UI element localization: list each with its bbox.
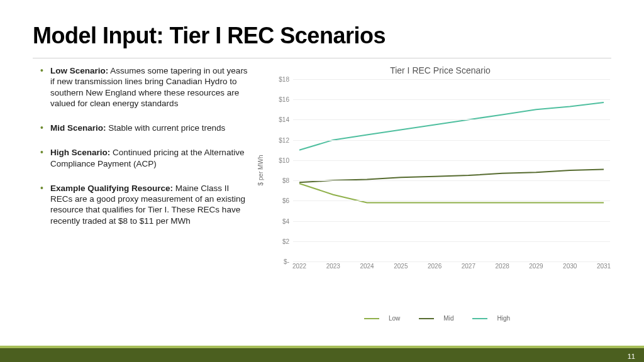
chart-gridline bbox=[293, 160, 610, 161]
chart-xtick: 2024 bbox=[360, 263, 374, 270]
chart-xtick: 2026 bbox=[428, 263, 441, 270]
legend-item: Low bbox=[364, 315, 406, 322]
chart-title: Tier I REC Price Scenario bbox=[264, 65, 616, 75]
legend-swatch bbox=[472, 318, 487, 319]
legend-item: Mid bbox=[419, 315, 460, 322]
chart-ytick: $16 bbox=[279, 96, 289, 103]
chart-xaxis: 2022202320242025202620272028202920302031 bbox=[293, 261, 610, 274]
chart-series-line bbox=[299, 184, 604, 203]
chart-yaxis: $-$2$4$6$8$10$12$14$16$18 bbox=[264, 79, 293, 261]
chart-ylabel: $ per MWh bbox=[257, 155, 264, 186]
chart-gridline bbox=[293, 119, 610, 120]
chart-xtick: 2028 bbox=[496, 263, 509, 270]
legend-label: Low bbox=[389, 315, 400, 322]
chart-gridline bbox=[293, 180, 610, 181]
page-number: 11 bbox=[628, 353, 635, 360]
chart-xtick: 2025 bbox=[394, 263, 408, 270]
chart-gridline bbox=[293, 140, 610, 141]
chart-plotarea bbox=[293, 79, 610, 261]
chart-xtick: 2022 bbox=[292, 263, 306, 270]
chart-xtick: 2030 bbox=[563, 263, 577, 270]
bullet-bold: Example Qualifying Resource: bbox=[50, 184, 173, 193]
bullet-bold: Low Scenario: bbox=[50, 66, 108, 75]
divider bbox=[33, 58, 611, 58]
bullet-text: Stable with current price trends bbox=[106, 123, 226, 133]
bullet-item: Low Scenario: Assumes some tapering in o… bbox=[40, 65, 248, 109]
footer-accent-dark: 11 bbox=[0, 348, 644, 362]
chart-ytick: $4 bbox=[282, 217, 289, 224]
chart-xtick: 2031 bbox=[597, 263, 611, 270]
chart-gridline bbox=[293, 79, 610, 80]
bullet-item: Mid Scenario: Stable with current price … bbox=[40, 123, 248, 133]
chart-series-line bbox=[299, 102, 604, 150]
legend-label: Mid bbox=[443, 315, 453, 322]
chart-ytick: $6 bbox=[282, 197, 289, 204]
chart: Tier I REC Price Scenario $ per MWh $-$2… bbox=[264, 65, 616, 292]
chart-gridline bbox=[293, 241, 610, 242]
legend-label: High bbox=[497, 315, 510, 322]
chart-ytick: $12 bbox=[279, 136, 289, 143]
chart-gridline bbox=[293, 200, 610, 201]
slide: Model Input: Tier I REC Scenarios Low Sc… bbox=[0, 0, 644, 362]
chart-ytick: $10 bbox=[279, 156, 289, 163]
chart-xtick: 2027 bbox=[462, 263, 475, 270]
chart-ytick: $2 bbox=[282, 238, 289, 244]
chart-ytick: $18 bbox=[279, 76, 289, 83]
legend-item: High bbox=[472, 315, 516, 322]
bullet-bold: Mid Scenario: bbox=[50, 123, 106, 133]
chart-lines bbox=[293, 79, 610, 261]
chart-gridline bbox=[293, 99, 610, 100]
chart-gridline bbox=[293, 261, 610, 262]
chart-gridline bbox=[293, 221, 610, 222]
chart-xtick: 2029 bbox=[529, 263, 543, 270]
bullet-bold: High Scenario: bbox=[50, 148, 110, 157]
chart-legend: LowMidHigh bbox=[264, 314, 616, 322]
legend-swatch bbox=[364, 318, 379, 319]
chart-ytick: $14 bbox=[279, 116, 289, 123]
chart-ytick: $- bbox=[284, 258, 289, 265]
chart-ytick: $8 bbox=[282, 177, 289, 184]
legend-swatch bbox=[419, 318, 434, 319]
bullet-item: Example Qualifying Resource: Maine Class… bbox=[40, 183, 248, 226]
page-title: Model Input: Tier I REC Scenarios bbox=[33, 23, 386, 49]
bullet-list: Low Scenario: Assumes some tapering in o… bbox=[40, 65, 248, 240]
chart-plot: $ per MWh $-$2$4$6$8$10$12$14$16$18 2022… bbox=[264, 79, 616, 261]
chart-xtick: 2023 bbox=[326, 263, 340, 270]
bullet-item: High Scenario: Continued pricing at the … bbox=[40, 147, 248, 169]
